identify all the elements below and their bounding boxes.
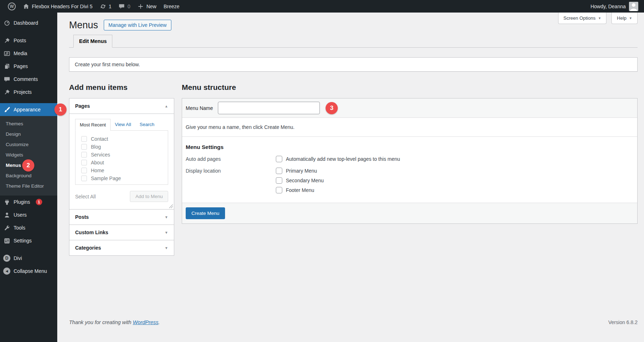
wordpress-logo-menu[interactable]: W xyxy=(4,3,19,10)
submenu-item-background[interactable]: Background xyxy=(0,170,57,181)
collapse-up-icon[interactable]: ▲ xyxy=(165,104,168,108)
page-checkbox-about[interactable] xyxy=(81,160,87,165)
submenu-item-menus[interactable]: Menus 2 xyxy=(0,160,57,170)
secondary-menu-checkbox[interactable] xyxy=(276,177,282,184)
page-label: Sample Page xyxy=(91,175,121,181)
plugins-update-badge: 1 xyxy=(36,199,42,205)
sidebar-item-label: Dashboard xyxy=(14,20,38,26)
chevron-down-icon: ▼ xyxy=(629,16,632,20)
main-content: Screen Options ▼ Help ▼ Menus Manage wit… xyxy=(57,13,644,342)
menu-name-input[interactable] xyxy=(218,102,320,114)
sidebar-item-dashboard[interactable]: Dashboard xyxy=(0,16,57,29)
wordpress-link[interactable]: WordPress xyxy=(133,319,158,325)
sidebar-item-label: Projects xyxy=(14,89,32,95)
list-item: Sample Page xyxy=(78,174,165,182)
tab-most-recent[interactable]: Most Recent xyxy=(75,119,111,131)
custom-links-panel: Custom Links ▼ xyxy=(69,225,174,240)
posts-panel-header[interactable]: Posts ▼ xyxy=(69,209,174,225)
breeze-menu[interactable]: Breeze xyxy=(160,4,183,9)
site-name-menu[interactable]: Flexbox Headers For Divi 5 xyxy=(19,3,96,10)
collapse-down-icon[interactable]: ▼ xyxy=(165,215,168,219)
sidebar-item-tools[interactable]: Tools xyxy=(0,221,57,234)
sidebar-item-plugins[interactable]: Plugins 1 xyxy=(0,196,57,208)
sidebar-item-pages[interactable]: Pages xyxy=(0,60,57,73)
manage-live-preview-button[interactable]: Manage with Live Preview xyxy=(104,20,171,30)
tab-search[interactable]: Search xyxy=(135,119,158,130)
custom-links-panel-header[interactable]: Custom Links ▼ xyxy=(69,225,174,240)
sidebar-item-divi[interactable]: D Divi xyxy=(0,252,57,265)
page-checkbox-blog[interactable] xyxy=(81,144,87,150)
media-icon xyxy=(3,50,10,57)
update-count: 1 xyxy=(109,4,112,9)
pages-panel-title: Pages xyxy=(75,103,90,109)
page-checkbox-home[interactable] xyxy=(81,168,87,173)
updates-menu[interactable]: 1 xyxy=(96,3,115,10)
tab-edit-menus[interactable]: Edit Menus xyxy=(73,35,112,48)
collapse-down-icon[interactable]: ▼ xyxy=(165,246,168,250)
sidebar-item-comments[interactable]: Comments xyxy=(0,73,57,86)
posts-panel: Posts ▼ xyxy=(69,209,174,225)
admin-sidebar: Dashboard Posts Media Pages Comments Pro… xyxy=(0,13,57,342)
sidebar-item-appearance[interactable]: Appearance 1 xyxy=(0,103,57,116)
categories-panel-header[interactable]: Categories ▼ xyxy=(69,240,174,255)
submenu-item-themes[interactable]: Themes xyxy=(0,119,57,129)
resize-handle-icon[interactable] xyxy=(169,204,173,208)
page-checkbox-sample-page[interactable] xyxy=(81,175,87,181)
submenu-item-theme-file-editor[interactable]: Theme File Editor xyxy=(0,181,57,191)
howdy-text[interactable]: Howdy, Deanna xyxy=(590,4,626,9)
help-button[interactable]: Help ▼ xyxy=(611,13,638,24)
submenu-item-design[interactable]: Design xyxy=(0,129,57,139)
appearance-submenu: Themes Design Customize Widgets Menus 2 … xyxy=(0,116,57,196)
primary-menu-label: Primary Menu xyxy=(286,168,317,174)
most-recent-pages-list: Contact Blog Services About xyxy=(75,130,168,185)
menu-structure-description: Give your menu a name, then click Create… xyxy=(182,118,637,137)
notice-box: Create your first menu below. xyxy=(69,57,638,72)
settings-icon xyxy=(3,237,10,244)
sidebar-item-posts[interactable]: Posts xyxy=(0,34,57,47)
list-item: Services xyxy=(78,151,165,159)
page-title: Menus xyxy=(69,20,98,30)
pages-panel-header[interactable]: Pages ▲ xyxy=(69,98,174,114)
plugins-icon xyxy=(3,198,10,206)
sidebar-item-collapse-menu[interactable]: ◀ Collapse Menu xyxy=(0,265,57,278)
tab-view-all[interactable]: View All xyxy=(111,119,135,130)
user-avatar[interactable] xyxy=(629,2,638,11)
page-label: Services xyxy=(91,152,110,158)
categories-panel-title: Categories xyxy=(75,245,101,251)
screen-options-label: Screen Options xyxy=(564,15,596,21)
help-label: Help xyxy=(617,15,626,21)
sidebar-item-label: Tools xyxy=(14,225,25,231)
sidebar-item-users[interactable]: Users xyxy=(0,208,57,221)
new-label: New xyxy=(146,4,156,9)
list-item: Blog xyxy=(78,143,165,151)
select-all-link[interactable]: Select All xyxy=(75,194,96,199)
page-checkbox-contact[interactable] xyxy=(81,136,87,142)
comment-icon xyxy=(118,3,125,10)
secondary-menu-label: Secondary Menu xyxy=(286,178,324,183)
add-menu-items-heading: Add menu items xyxy=(69,83,174,92)
display-location-label: Display location xyxy=(186,168,276,193)
screen-options-button[interactable]: Screen Options ▼ xyxy=(558,13,607,24)
comments-menu[interactable]: 0 xyxy=(115,3,134,10)
create-menu-button[interactable]: Create Menu xyxy=(186,207,225,219)
annotation-step-2: 2 xyxy=(22,159,34,172)
pin-icon xyxy=(3,37,10,44)
sidebar-item-media[interactable]: Media xyxy=(0,47,57,60)
auto-add-pages-checkbox[interactable] xyxy=(276,156,282,162)
page-label: Home xyxy=(91,168,104,173)
new-content-menu[interactable]: New xyxy=(134,3,160,10)
sidebar-item-label: Comments xyxy=(14,76,38,82)
submenu-item-customize[interactable]: Customize xyxy=(0,139,57,150)
submenu-item-widgets[interactable]: Widgets xyxy=(0,150,57,160)
notice-text: Create your first menu below. xyxy=(75,62,140,67)
collapse-down-icon[interactable]: ▼ xyxy=(165,231,168,235)
sidebar-item-label: Divi xyxy=(14,255,22,261)
sidebar-item-label: Appearance xyxy=(14,107,41,112)
add-to-menu-button[interactable]: Add to Menu xyxy=(130,191,168,202)
footer-thanks-suffix: . xyxy=(158,319,160,325)
page-checkbox-services[interactable] xyxy=(81,152,87,158)
sidebar-item-settings[interactable]: Settings xyxy=(0,234,57,247)
primary-menu-checkbox[interactable] xyxy=(276,168,282,174)
sidebar-item-projects[interactable]: Projects xyxy=(0,86,57,98)
footer-menu-checkbox[interactable] xyxy=(276,187,282,193)
